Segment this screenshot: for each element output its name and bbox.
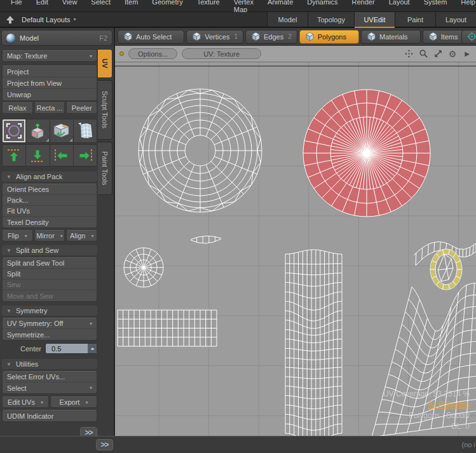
pack-down-button[interactable] (26, 145, 50, 166)
layout-tab[interactable]: UVEdit (354, 12, 395, 27)
selection-toolbar: Auto Select Vertices 1 Edges (115, 28, 476, 46)
chevron-down-icon: ▾ (60, 233, 63, 239)
pack-right-button[interactable] (74, 145, 97, 166)
projection-button[interactable]: Project (3, 66, 97, 78)
cube-icon (428, 32, 438, 41)
options-button[interactable]: Options... (128, 48, 177, 59)
uv-projection-tool-button[interactable] (26, 119, 50, 142)
section-title: Split and Sew (16, 247, 58, 254)
chevron-down-icon: ▾ (90, 53, 92, 59)
sidebar-vertical-tab[interactable]: Sculpt Tools (98, 80, 112, 140)
menu-item[interactable]: Vertex Map (227, 0, 261, 13)
hud-selection-mode-link[interactable]: All Polygons (383, 400, 470, 410)
center-value-field[interactable]: 0.5 ◂▸ (45, 343, 97, 354)
symmetrize-button[interactable]: Symmetrize... (3, 329, 97, 340)
menu-item[interactable]: Item (118, 0, 145, 13)
sidebar-vertical-tab[interactable]: Paint Tools (98, 142, 112, 195)
split-sew-button[interactable]: Split and Sew Tool (3, 258, 97, 269)
pack-up-button[interactable] (3, 145, 26, 166)
selection-mode-button[interactable]: Polygons (299, 30, 359, 44)
layout-tab[interactable]: Paint (395, 12, 435, 27)
layout-tab[interactable]: Model (267, 12, 308, 27)
uv-map-button[interactable]: UV: Texture (182, 48, 261, 59)
uv-viewport[interactable]: UV Coverage: 53.2514 % All Polygons Poly… (115, 62, 476, 436)
relax-row-button[interactable]: Recta ... (34, 102, 65, 114)
viewport-header: Options... UV: Texture ⚙ ▶ (115, 46, 476, 62)
split-sew-button[interactable]: Move and Sew (3, 290, 97, 301)
viewport-thumb-button[interactable] (119, 51, 124, 56)
uv-symmetry-dropdown[interactable]: UV Symmetry: Off ▾ (3, 318, 97, 329)
menu-item[interactable]: Help (454, 0, 476, 13)
status-more-button[interactable]: >> (96, 439, 113, 450)
layout-tab[interactable]: Topology (308, 12, 354, 27)
menu-item[interactable]: Edit (29, 0, 55, 13)
menu-item[interactable]: Geometry (145, 0, 189, 13)
dropdown-label: Align (70, 232, 85, 240)
utilities-dropdown[interactable]: Export ▾ (50, 396, 97, 408)
section-align-and-pack[interactable]: ▼ Align and Pack (2, 172, 97, 182)
layout-tab[interactable]: Layout (435, 12, 476, 27)
align-pack-button[interactable]: Orient Pieces (3, 184, 97, 195)
section-symmetry[interactable]: ▼ Symmetry (2, 306, 97, 316)
utilities-dropdown[interactable]: Edit UVs ▾ (2, 396, 49, 408)
menu-item[interactable]: Animate (261, 0, 300, 13)
zoom-icon[interactable] (418, 49, 428, 59)
menu-item[interactable]: View (55, 0, 85, 13)
udim-indicator-button[interactable]: UDIM Indicator (3, 410, 97, 421)
menu-item[interactable]: Texture (190, 0, 227, 13)
chevron-down-icon: ▾ (90, 321, 92, 327)
section-utilities[interactable]: ▼ Utilities (2, 359, 97, 369)
projection-button[interactable]: Project from View (3, 78, 97, 89)
up-arrow-icon[interactable] (5, 16, 15, 24)
chevron-down-icon: ▾ (41, 400, 43, 405)
uv-transform-tool-button[interactable] (3, 119, 26, 142)
value-stepper[interactable]: ◂▸ (88, 344, 97, 353)
selection-mode-button[interactable]: Auto Select (118, 30, 184, 44)
menu-item[interactable]: Render (345, 0, 382, 13)
align-pack-button[interactable]: Fit UVs (3, 206, 97, 217)
hud-gl-readout[interactable]: GL: 0 (383, 421, 470, 432)
split-sew-button[interactable]: Split (3, 269, 97, 280)
align-pack-button[interactable]: Pack... (3, 195, 97, 206)
gear-icon[interactable]: ⚙ (447, 49, 458, 59)
selection-mode-button[interactable]: Materials (361, 30, 421, 44)
map-dropdown[interactable]: Map: Texture ▾ (2, 50, 97, 62)
selection-mode-button[interactable]: Edges 2 (245, 30, 297, 44)
action-center-button[interactable]: Action Cen (461, 30, 476, 44)
arrow-down-icon (29, 148, 46, 163)
align-pack-dropdown[interactable]: Mirror ▾ (34, 230, 65, 241)
section-title: Align and Pack (16, 173, 62, 180)
unwrap-tool-button[interactable] (50, 119, 74, 142)
menu-item[interactable]: Layout (382, 0, 417, 13)
select-dropdown[interactable]: Select ▾ (3, 382, 97, 393)
split-sew-button[interactable]: Sew (3, 280, 97, 290)
selection-mode-shortcut: 2 (288, 33, 292, 40)
menu-item[interactable]: File (4, 0, 29, 13)
uv-coverage-readout: UV Coverage: 53.2514 % (383, 389, 470, 400)
relax-row-button[interactable]: Relax (2, 102, 33, 114)
align-pack-dropdown[interactable]: Flip ▾ (2, 230, 33, 241)
pack-left-button[interactable] (50, 145, 74, 166)
maximize-icon[interactable] (433, 49, 443, 59)
uv-viewport-canvas[interactable] (115, 62, 476, 436)
selection-mode-label: Auto Select (136, 33, 172, 41)
align-pack-dropdown[interactable]: Align ▾ (66, 230, 97, 241)
expand-arrow-icon[interactable]: ▶ (462, 49, 472, 59)
menu-item[interactable]: Dynamics (300, 0, 344, 13)
relax-row-button[interactable]: Peeler (66, 102, 97, 114)
shortcut-hint: F2 (99, 34, 107, 42)
sidebar-vertical-tab[interactable]: UV (98, 49, 112, 78)
hud-polygons-mode[interactable]: Polygons : Subdiv (383, 410, 470, 421)
uv-peeler-tool-button[interactable] (74, 119, 97, 142)
model-header-button[interactable]: Model F2 (1, 30, 112, 46)
menu-item[interactable]: System (417, 0, 454, 13)
chevron-down-icon: ▾ (85, 400, 88, 405)
menu-item[interactable]: Select (84, 0, 118, 13)
align-pack-button[interactable]: Texel Density (3, 217, 97, 227)
select-error-uvs-button[interactable]: Select Error UVs... (3, 372, 97, 382)
pan-icon[interactable] (404, 49, 414, 59)
selection-mode-button[interactable]: Vertices 1 (186, 30, 243, 44)
layouts-dropdown[interactable]: Default Layouts (22, 16, 70, 24)
section-split-and-sew[interactable]: ▼ Split and Sew (2, 245, 97, 255)
projection-button[interactable]: Unwrap (3, 89, 97, 100)
